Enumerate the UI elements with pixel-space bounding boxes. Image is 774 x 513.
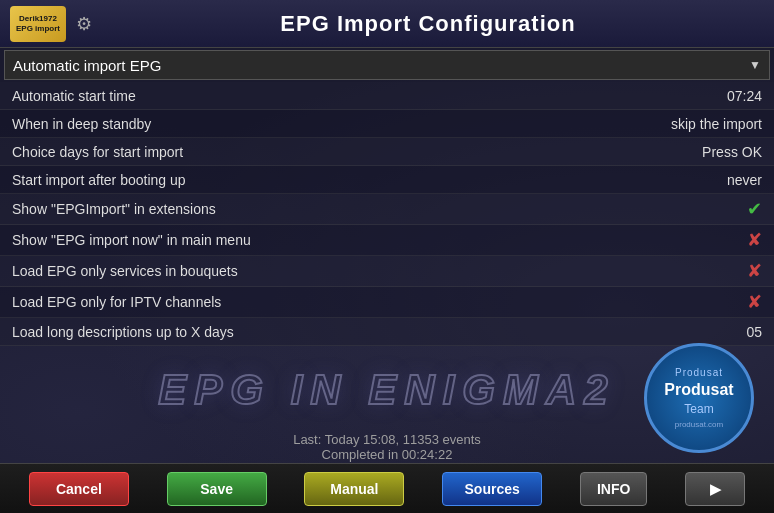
config-row-6: Load EPG only services in bouquets ✘: [0, 256, 774, 287]
row-value-3: never: [727, 172, 762, 188]
config-table: Automatic start time 07:24 When in deep …: [0, 82, 774, 346]
produsat-url: produsat.com: [675, 420, 723, 429]
page-title: EPG Import Configuration: [92, 11, 764, 37]
row-value-8: 05: [746, 324, 762, 340]
row-label-3: Start import after booting up: [12, 172, 186, 188]
info-button[interactable]: INFO: [580, 472, 647, 506]
row-label-5: Show "EPG import now" in main menu: [12, 232, 251, 248]
produsat-team: Team: [684, 402, 713, 416]
bottom-bar: Cancel Save Manual Sources INFO ▶: [0, 463, 774, 513]
config-row-7: Load EPG only for IPTV channels ✘: [0, 287, 774, 318]
row-value-0: 07:24: [727, 88, 762, 104]
config-row-3: Start import after booting up never: [0, 166, 774, 194]
header: Derik1972 EPG import ⚙ EPG Import Config…: [0, 0, 774, 48]
produsat-badge: Produsat Produsat Team produsat.com: [644, 343, 754, 453]
cross-icon-7: ✘: [747, 291, 762, 313]
row-label-2: Choice days for start import: [12, 144, 183, 160]
row-label-7: Load EPG only for IPTV channels: [12, 294, 221, 310]
row-label-4: Show "EPGImport" in extensions: [12, 201, 216, 217]
config-row-2: Choice days for start import Press OK: [0, 138, 774, 166]
sources-button[interactable]: Sources: [442, 472, 542, 506]
config-row-4: Show "EPGImport" in extensions ✔: [0, 194, 774, 225]
row-label-8: Load long descriptions up to X days: [12, 324, 234, 340]
config-row-5: Show "EPG import now" in main menu ✘: [0, 225, 774, 256]
manual-button[interactable]: Manual: [304, 472, 404, 506]
cross-icon-5: ✘: [747, 229, 762, 251]
logo-line1: Derik1972: [19, 14, 57, 24]
produsat-top: Produsat: [675, 367, 723, 378]
cancel-button[interactable]: Cancel: [29, 472, 129, 506]
logo: Derik1972 EPG import: [10, 6, 66, 42]
save-button[interactable]: Save: [167, 472, 267, 506]
chevron-down-icon: ▼: [749, 58, 761, 72]
gear-icon: ⚙: [76, 13, 92, 35]
extra-button[interactable]: ▶: [685, 472, 745, 506]
logo-line2: EPG import: [16, 24, 60, 34]
import-mode-select[interactable]: Automatic import EPG Manual import EPG D…: [13, 57, 761, 74]
config-row-0: Automatic start time 07:24: [0, 82, 774, 110]
row-value-1: skip the import: [671, 116, 762, 132]
row-label-1: When in deep standby: [12, 116, 151, 132]
config-row-1: When in deep standby skip the import: [0, 110, 774, 138]
dropdown-container[interactable]: Automatic import EPG Manual import EPG D…: [4, 50, 770, 80]
produsat-main: Produsat: [664, 380, 733, 399]
row-label-0: Automatic start time: [12, 88, 136, 104]
config-row-8: Load long descriptions up to X days 05: [0, 318, 774, 346]
row-value-2: Press OK: [702, 144, 762, 160]
check-icon-4: ✔: [747, 198, 762, 220]
status-completed: Completed in 00:24:22: [0, 447, 774, 462]
cross-icon-6: ✘: [747, 260, 762, 282]
row-label-6: Load EPG only services in bouquets: [12, 263, 238, 279]
